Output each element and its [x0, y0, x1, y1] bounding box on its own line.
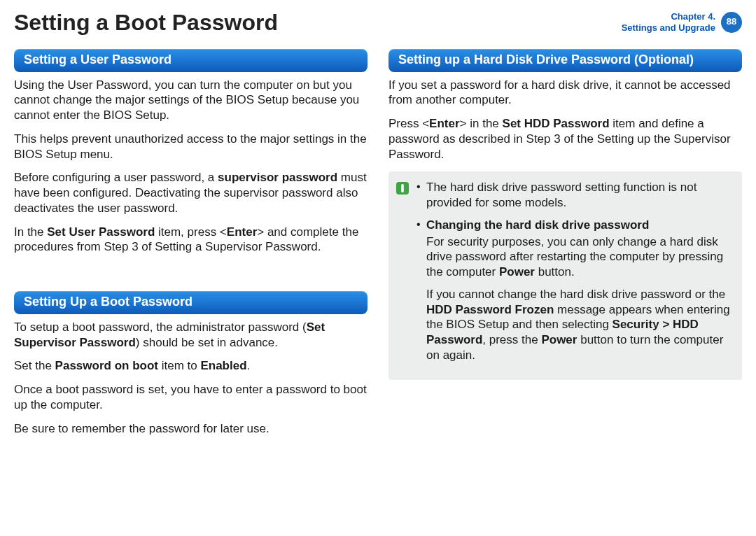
svg-rect-1	[401, 184, 404, 192]
text-bold: Power	[499, 265, 535, 278]
text: > in the	[460, 117, 503, 130]
text-bold: Password on boot	[55, 359, 158, 372]
text: In the	[14, 225, 47, 239]
info-icon	[396, 181, 411, 369]
page-header: Setting a Boot Password Chapter 4. Setti…	[14, 10, 742, 34]
text: If you cannot change the hard disk drive…	[426, 288, 725, 301]
body-text: This helps prevent unauthorized access t…	[14, 132, 368, 162]
text-bold: Power	[541, 333, 577, 346]
text-bold: Enter	[227, 225, 257, 239]
text: ) should be set in advance.	[136, 336, 278, 349]
note-content: The hard disk drive password setting fun…	[416, 180, 732, 369]
body-text: If you cannot change the hard disk drive…	[426, 287, 732, 363]
text-bold: supervisor password	[218, 171, 337, 184]
text: For security purposes, you can only chan…	[426, 235, 723, 279]
text: The hard disk drive password setting fun…	[426, 181, 696, 209]
right-column: Setting up a Hard Disk Drive Password (O…	[388, 46, 742, 444]
note-item: Changing the hard disk drive password Fo…	[416, 218, 732, 363]
body-text: To setup a boot password, the administra…	[14, 320, 368, 351]
body-text: Be sure to remember the password for lat…	[14, 421, 368, 437]
text-bold: HDD Password Frozen	[426, 303, 554, 316]
text: Before configuring a user password, a	[14, 171, 218, 184]
text-bold: Changing the hard disk drive password	[426, 218, 649, 232]
text: item, press <	[155, 225, 227, 239]
text-bold: Set User Password	[47, 225, 155, 239]
page: Setting a Boot Password Chapter 4. Setti…	[0, 0, 756, 536]
header-right: Chapter 4. Settings and Upgrade 88	[622, 11, 742, 33]
body-text: Using the User Password, you can turn th…	[14, 78, 368, 123]
chapter-line-2: Settings and Upgrade	[622, 22, 715, 34]
body-text: In the Set User Password item, press <En…	[14, 225, 368, 255]
body-text: Press <Enter> in the Set HDD Password it…	[388, 116, 742, 162]
spacer	[14, 263, 368, 288]
text: button.	[535, 265, 575, 278]
note-sub: For security purposes, you can only chan…	[426, 234, 732, 363]
body-text: For security purposes, you can only chan…	[426, 234, 732, 280]
chapter-label: Chapter 4. Settings and Upgrade	[622, 11, 715, 33]
text: .	[247, 359, 251, 372]
body-text: Before configuring a user password, a su…	[14, 170, 368, 216]
text-bold: Enter	[429, 117, 459, 130]
body-text: If you set a password for a hard disk dr…	[388, 78, 742, 108]
note-box: The hard disk drive password setting fun…	[388, 171, 742, 379]
text: , press the	[482, 333, 541, 346]
left-column: Setting a User Password Using the User P…	[14, 46, 368, 444]
page-title: Setting a Boot Password	[14, 11, 278, 34]
body-text: Once a boot password is set, you have to…	[14, 382, 368, 413]
text: Set the	[14, 359, 55, 372]
page-number-badge: 88	[721, 12, 742, 33]
chapter-line-1: Chapter 4.	[622, 11, 715, 22]
text: item to	[158, 359, 200, 372]
text-bold: Enabled	[200, 359, 246, 372]
section-title-hdd-password: Setting up a Hard Disk Drive Password (O…	[388, 49, 742, 72]
note-item: The hard disk drive password setting fun…	[416, 180, 732, 211]
section-title-boot-password: Setting Up a Boot Password	[14, 291, 368, 314]
columns: Setting a User Password Using the User P…	[14, 46, 742, 444]
text: Press <	[388, 117, 429, 130]
text-bold: Set HDD Password	[503, 117, 610, 130]
section-title-user-password: Setting a User Password	[14, 49, 368, 72]
text: To setup a boot password, the administra…	[14, 320, 307, 334]
body-text: Set the Password on boot item to Enabled…	[14, 358, 368, 374]
